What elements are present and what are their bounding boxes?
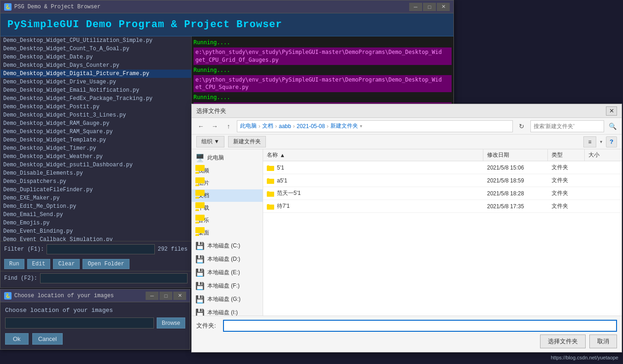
file-item[interactable]: Demo_Desktop_Widget_Date.py (0, 53, 191, 61)
file-browser-row[interactable]: 5'12021/5/8 15:06文件夹 (263, 161, 622, 174)
sidebar-item[interactable]: 🖥️此电脑 (192, 151, 263, 164)
sidebar-item[interactable]: 💾本地磁盘 (G:) (192, 293, 263, 306)
file-item[interactable]: Demo_Desktop_Widget_Days_Counter.py (0, 61, 191, 70)
sidebar-item[interactable]: 文档 (192, 189, 263, 202)
refresh-button[interactable]: ↻ (516, 120, 528, 132)
clear-button[interactable]: Clear (53, 259, 80, 269)
breadcrumb-item[interactable]: 新建文件夹 (330, 122, 358, 130)
image-dialog-close[interactable]: ✕ (173, 292, 186, 300)
sidebar-item-label: 本地磁盘 (D:) (207, 255, 240, 263)
browse-button[interactable]: Browse (157, 317, 185, 329)
file-item[interactable]: Demo_Email_Send.py (0, 211, 191, 219)
maximize-button[interactable]: □ (423, 3, 436, 11)
sidebar-item[interactable]: 桌面 (192, 227, 263, 239)
file-browser-row[interactable]: a5'12021/5/8 18:59文件夹 (263, 174, 622, 187)
sidebar-item[interactable]: 💾本地磁盘 (I:) (192, 306, 263, 316)
close-button[interactable]: ✕ (437, 3, 450, 11)
breadcrumb-item[interactable]: aabb (279, 123, 291, 129)
breadcrumb-item[interactable]: 2021-05-08 (297, 123, 325, 129)
file-browser-close[interactable]: ✕ (606, 106, 617, 116)
file-item[interactable]: Demo_Desktop_Widget_RAM_Square.py (0, 128, 191, 136)
image-dialog-minimize[interactable]: ─ (146, 292, 159, 300)
file-item[interactable]: Demo_Desktop_Widget_CPU_Utilization_Simp… (0, 36, 191, 45)
file-name-text: 待7'1 (277, 202, 290, 210)
back-button[interactable]: ← (195, 121, 206, 132)
sidebar-item[interactable]: 图片 (192, 177, 263, 189)
file-type-cell: 文件夹 (548, 200, 585, 212)
file-item[interactable]: Demo_Dispatchers.py (0, 177, 191, 186)
file-item[interactable]: Demo_Desktop_Widget_Drive_Usage.py (0, 78, 191, 86)
select-folder-button[interactable]: 选择文件夹 (540, 335, 586, 348)
forward-button[interactable]: → (209, 121, 220, 132)
organize-button[interactable]: 组织 ▼ (196, 136, 224, 147)
image-dialog-cancel-button[interactable]: Cancel (32, 333, 63, 345)
ok-button[interactable]: Ok (5, 333, 29, 345)
run-button[interactable]: Run (4, 259, 24, 269)
drive-icon: 💾 (195, 295, 205, 304)
open-folder-button[interactable]: Open Folder (82, 259, 129, 269)
file-item[interactable]: Demo_Desktop_Widget_Weather.py (0, 153, 191, 161)
output-block: Running.... (194, 38, 452, 47)
file-item[interactable]: Demo_Desktop_Widget_psutil_Dashboard.py (0, 161, 191, 169)
filter-input[interactable] (47, 244, 155, 254)
file-item[interactable]: Demo_Desktop_Widget_Digital_Picture_Fram… (0, 70, 191, 78)
breadcrumb-dropdown-icon[interactable]: ▾ (360, 123, 362, 129)
minimize-button[interactable]: ─ (409, 3, 422, 11)
sidebar-item[interactable]: 💾本地磁盘 (F:) (192, 279, 263, 293)
view-toggle-button[interactable]: ≡ (583, 136, 596, 147)
sidebar-item[interactable]: 💾本地磁盘 (E:) (192, 266, 263, 279)
search-icon[interactable]: 🔍 (607, 121, 618, 132)
breadcrumb-separator: › (259, 123, 260, 129)
title-bar-left: 🐍 PSG Demo & Project Browser (4, 3, 100, 11)
image-dialog-maximize[interactable]: □ (159, 292, 172, 300)
sidebar-item[interactable]: 💾本地磁盘 (D:) (192, 252, 263, 266)
view-dropdown-icon[interactable]: ▾ (600, 139, 602, 144)
file-item[interactable]: Demo_EXE_Maker.py (0, 194, 191, 202)
file-item[interactable]: Demo_Desktop_Widget_Postit_3_Lines.py (0, 111, 191, 119)
file-list: Demo_Desktop_Widget_CPU_Utilization_Simp… (0, 36, 191, 241)
filename-input[interactable] (223, 320, 617, 332)
drive-icon: 💾 (195, 241, 205, 250)
file-size-cell (585, 205, 622, 208)
search-input[interactable] (530, 120, 604, 132)
file-browser-row[interactable]: 待7'12021/5/8 17:35文件夹 (263, 200, 622, 213)
file-browser-row[interactable]: 范天一5'12021/5/8 18:28文件夹 (263, 187, 622, 200)
file-item[interactable]: Demo_DuplicateFileFinder.py (0, 186, 191, 194)
sidebar-item[interactable]: 视频 (192, 164, 263, 177)
file-browser-main: 名称 ▲ 修改日期 类型 大小 5'12021/5/8 15:06文件夹a5'1… (263, 149, 622, 316)
file-date-cell: 2021/5/8 15:06 (483, 163, 548, 173)
file-name-text: 5'1 (277, 164, 284, 171)
file-item[interactable]: Demo_Event_Callback_Simulation.py (0, 235, 191, 241)
file-browser-cancel-button[interactable]: 取消 (589, 335, 617, 348)
file-item[interactable]: Demo_Desktop_Widget_Email_Notification.p… (0, 86, 191, 94)
file-item[interactable]: Demo_Desktop_Widget_Timer.py (0, 144, 191, 153)
file-name-text: a5'1 (277, 177, 287, 184)
file-folder-icon (267, 164, 274, 171)
file-browser-sidebar: 🖥️此电脑视频图片文档下载音乐桌面💾本地磁盘 (C:)💾本地磁盘 (D:)💾本地… (192, 149, 263, 316)
edit-button[interactable]: Edit (27, 259, 51, 269)
sidebar-item[interactable]: 下载 (192, 202, 263, 214)
file-item[interactable]: Demo_Disable_Elements.py (0, 169, 191, 177)
image-dialog-title: Choose location of your images (14, 293, 114, 299)
image-dialog-input[interactable] (5, 317, 154, 329)
new-folder-button[interactable]: 新建文件夹 (228, 136, 266, 147)
breadcrumb-item[interactable]: 此电脑 (240, 122, 257, 130)
file-item[interactable]: Demo_Desktop_Widget_Template.py (0, 136, 191, 144)
file-item[interactable]: Demo_Event_Binding.py (0, 227, 191, 235)
file-item[interactable]: Demo_Emojis.py (0, 219, 191, 227)
file-item[interactable]: Demo_Desktop_Widget_Postit.py (0, 103, 191, 111)
date-column-header: 修改日期 (483, 149, 548, 161)
up-button[interactable]: ↑ (223, 121, 234, 132)
file-item[interactable]: Demo_Edit_Me_Option.py (0, 202, 191, 211)
file-count: 292 files (158, 246, 188, 252)
sidebar-item[interactable]: 💾本地磁盘 (C:) (192, 239, 263, 252)
sidebar-item[interactable]: 音乐 (192, 214, 263, 227)
file-item[interactable]: Demo_Desktop_Widget_FedEx_Package_Tracki… (0, 94, 191, 103)
file-item[interactable]: Demo_Desktop_Widget_RAM_Gauge.py (0, 119, 191, 128)
image-dialog-buttons: Ok Cancel (5, 333, 185, 345)
help-button[interactable]: ? (606, 136, 617, 147)
name-column-header[interactable]: 名称 ▲ (263, 149, 483, 161)
breadcrumb-item[interactable]: 文档 (262, 122, 273, 130)
file-item[interactable]: Demo_Desktop_Widget_Count_To_A_Goal.py (0, 45, 191, 53)
find-input[interactable] (40, 273, 188, 283)
